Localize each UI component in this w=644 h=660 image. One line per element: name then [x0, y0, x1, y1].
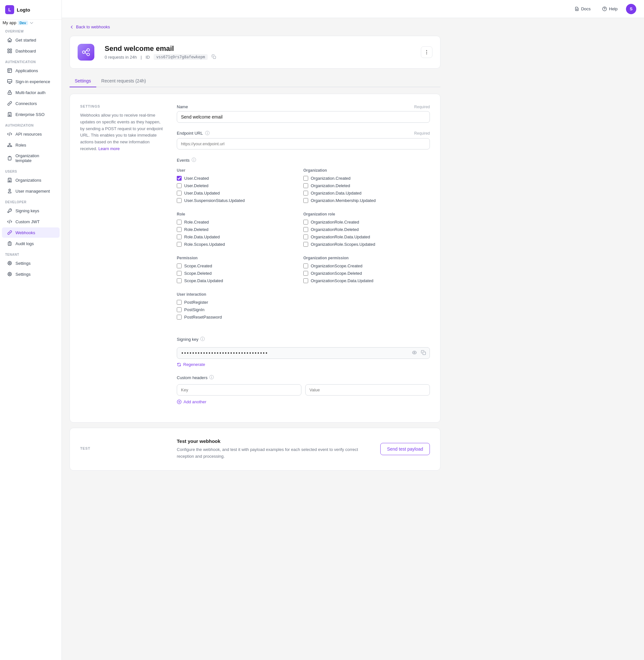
event-org-data-updated[interactable]: Organization.Data.Updated	[303, 191, 430, 196]
sidebar-item-signing-keys[interactable]: Signing keys	[2, 205, 60, 216]
headers-row	[177, 384, 430, 395]
event-org-scope-deleted-checkbox[interactable]	[303, 271, 308, 276]
event-user-deleted-checkbox[interactable]	[177, 183, 182, 188]
event-role-deleted-checkbox[interactable]	[177, 227, 182, 232]
sidebar-item-audit-logs[interactable]: Audit logs	[2, 238, 60, 249]
event-org-scope-data-updated[interactable]: OrganizationScope.Data.Updated	[303, 278, 430, 283]
event-scope-created-checkbox[interactable]	[177, 264, 182, 268]
signing-key-info-icon[interactable]: ⓘ	[200, 336, 205, 342]
event-org-deleted-checkbox[interactable]	[303, 183, 308, 188]
sidebar-item-custom-jwt[interactable]: Custom JWT	[2, 217, 60, 227]
event-post-sign-in-checkbox[interactable]	[177, 307, 182, 312]
event-org-scope-created-checkbox[interactable]	[303, 264, 308, 268]
event-role-deleted[interactable]: Role.Deleted	[177, 227, 303, 232]
sidebar-item-webhooks[interactable]: Webhooks	[2, 227, 60, 238]
sidebar-item-settings-2[interactable]: Settings	[2, 269, 60, 279]
event-user-created-checkbox[interactable]	[177, 176, 182, 181]
event-org-membership-updated[interactable]: Organization.Membership.Updated	[303, 198, 430, 203]
event-post-register[interactable]: PostRegister	[177, 300, 430, 305]
event-post-sign-in[interactable]: PostSignIn	[177, 307, 430, 312]
event-org-scope-created[interactable]: OrganizationScope.Created	[303, 264, 430, 268]
event-user-suspension-updated[interactable]: User.SuspensionStatus.Updated	[177, 198, 303, 203]
sidebar-item-sign-in[interactable]: Sign-in experience	[2, 76, 60, 87]
event-role-scopes-checkbox[interactable]	[177, 242, 182, 247]
sidebar-item-user-management[interactable]: User management	[2, 186, 60, 196]
sidebar-item-get-started[interactable]: Get started	[2, 35, 60, 45]
event-scope-data-updated-checkbox[interactable]	[177, 278, 182, 283]
event-role-scopes-updated[interactable]: Role.Scopes.Updated	[177, 242, 303, 247]
header-value-input[interactable]	[305, 384, 430, 395]
event-user-deleted[interactable]: User.Deleted	[177, 183, 303, 188]
event-org-role-deleted[interactable]: OrganizationRole.Deleted	[303, 227, 430, 232]
event-scope-deleted-checkbox[interactable]	[177, 271, 182, 276]
event-org-scope-deleted[interactable]: OrganizationScope.Deleted	[303, 271, 430, 276]
name-input[interactable]	[177, 111, 430, 123]
sidebar-item-roles[interactable]: Roles	[2, 140, 60, 150]
event-org-role-created-checkbox[interactable]	[303, 220, 308, 225]
endpoint-info-icon[interactable]: ⓘ	[205, 131, 210, 136]
event-org-created-checkbox[interactable]	[303, 176, 308, 181]
name-field: Name Required	[177, 105, 430, 123]
main-content: Docs Help S Back to webhooks	[62, 0, 644, 660]
tab-settings[interactable]: Settings	[70, 75, 96, 87]
copy-id-button[interactable]	[211, 54, 216, 60]
headers-info-icon[interactable]: ⓘ	[209, 374, 214, 381]
event-scope-deleted[interactable]: Scope.Deleted	[177, 271, 303, 276]
event-user-data-updated[interactable]: User.Data.Updated	[177, 191, 303, 196]
sidebar-item-settings-1[interactable]: Settings	[2, 258, 60, 268]
sidebar-item-enterprise-sso[interactable]: Enterprise SSO	[2, 109, 60, 119]
sidebar-item-label: Roles	[16, 143, 26, 147]
back-to-webhooks-link[interactable]: Back to webhooks	[70, 24, 440, 29]
event-org-role-scopes-checkbox[interactable]	[303, 242, 308, 247]
event-org-role-deleted-checkbox[interactable]	[303, 227, 308, 232]
signing-key-input[interactable]	[177, 347, 430, 359]
send-test-payload-button[interactable]: Send test payload	[380, 443, 430, 455]
event-scope-created[interactable]: Scope.Created	[177, 264, 303, 268]
learn-more-link[interactable]: Learn more	[98, 146, 119, 151]
events-field: Events ⓘ User User.Created	[177, 157, 430, 328]
event-org-scope-data-updated-checkbox[interactable]	[303, 278, 308, 283]
sidebar-item-dashboard[interactable]: Dashboard	[2, 46, 60, 56]
event-org-membership-checkbox[interactable]	[303, 198, 308, 203]
more-options-button[interactable]	[421, 46, 433, 58]
sidebar-item-applications[interactable]: Applications	[2, 65, 60, 76]
event-org-role-scopes-updated[interactable]: OrganizationRole.Scopes.Updated	[303, 242, 430, 247]
docs-button[interactable]: Docs	[571, 4, 594, 13]
event-org-data-updated-checkbox[interactable]	[303, 191, 308, 196]
help-button[interactable]: Help	[599, 4, 621, 13]
event-org-created[interactable]: Organization.Created	[303, 176, 430, 181]
sidebar-item-connectors[interactable]: Connectors	[2, 98, 60, 109]
add-another-button[interactable]: Add another	[177, 400, 206, 404]
show-key-button[interactable]	[411, 349, 418, 357]
endpoint-input[interactable]	[177, 138, 430, 150]
event-org-role-created[interactable]: OrganizationRole.Created	[303, 220, 430, 225]
event-role-created[interactable]: Role.Created	[177, 220, 303, 225]
developer-section-label: DEVELOPER	[0, 197, 62, 205]
event-post-reset-password[interactable]: PostResetPassword	[177, 315, 430, 320]
sidebar-item-label: User management	[16, 189, 50, 194]
sidebar-item-label: Dashboard	[16, 49, 36, 53]
event-role-created-checkbox[interactable]	[177, 220, 182, 225]
event-scope-data-updated[interactable]: Scope.Data.Updated	[177, 278, 303, 283]
event-role-data-updated[interactable]: Role.Data.Updated	[177, 234, 303, 239]
event-user-created[interactable]: User.Created	[177, 176, 303, 181]
tab-recent-requests[interactable]: Recent requests (24h)	[96, 75, 151, 87]
events-info-icon[interactable]: ⓘ	[191, 157, 196, 163]
sidebar-item-org-template[interactable]: Organization template	[2, 151, 60, 165]
event-role-data-updated-checkbox[interactable]	[177, 234, 182, 239]
copy-key-button[interactable]	[420, 349, 427, 357]
event-user-suspension-checkbox[interactable]	[177, 198, 182, 203]
event-org-role-data-updated-checkbox[interactable]	[303, 234, 308, 239]
regenerate-button[interactable]: Regenerate	[177, 362, 205, 367]
event-post-register-checkbox[interactable]	[177, 300, 182, 305]
avatar[interactable]: S	[626, 4, 636, 14]
sidebar-item-api-resources[interactable]: API resources	[2, 129, 60, 139]
sidebar-item-mfa[interactable]: Multi-factor auth	[2, 87, 60, 98]
header-key-input[interactable]	[177, 384, 301, 395]
event-org-role-data-updated[interactable]: OrganizationRole.Data.Updated	[303, 234, 430, 239]
app-badge[interactable]: My app Dev	[0, 20, 62, 26]
event-post-reset-password-checkbox[interactable]	[177, 315, 182, 320]
event-user-data-updated-checkbox[interactable]	[177, 191, 182, 196]
event-org-deleted[interactable]: Organization.Deleted	[303, 183, 430, 188]
sidebar-item-organizations[interactable]: Organizations	[2, 175, 60, 185]
